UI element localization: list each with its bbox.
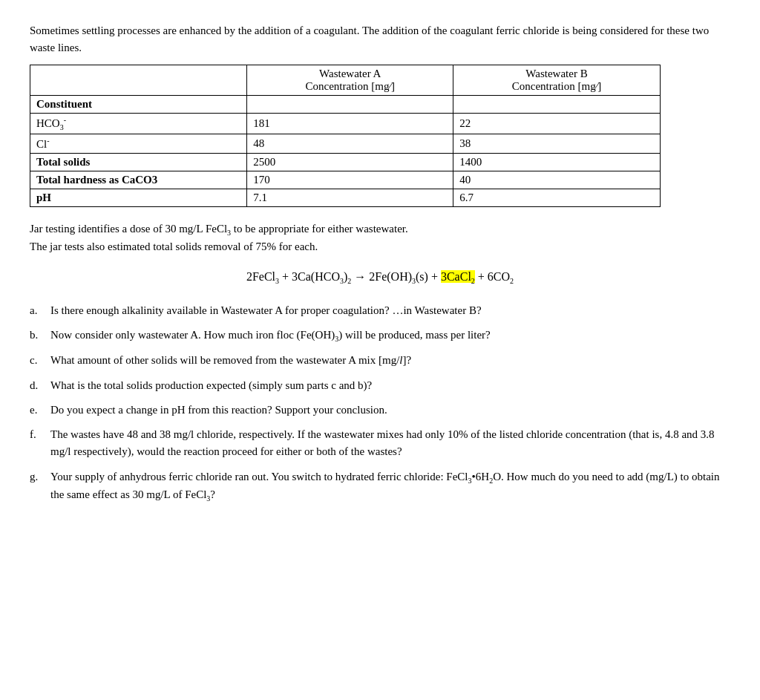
constituent-hardness: Total hardness as CaCO3 [30, 171, 247, 189]
wwb-cl: 38 [453, 134, 660, 154]
question-a-label: a. [30, 302, 50, 319]
wwb-total-solids: 1400 [453, 154, 660, 171]
constituent-total-solids: Total solids [30, 154, 247, 171]
question-f: f. The wastes have 48 and 38 mg/l chlori… [30, 426, 730, 461]
col3-header-line2: Concentration [mg∕] [512, 80, 601, 92]
question-c-body: What amount of other solids will be remo… [50, 352, 730, 369]
question-d: d. What is the total solids production e… [30, 377, 730, 394]
constituent-cl: Cl- [30, 134, 247, 154]
wwb-hardness: 40 [453, 171, 660, 189]
table-row: HCO3- 181 22 [30, 114, 661, 134]
wwb-ph: 6.7 [453, 189, 660, 207]
question-a-body: Is there enough alkalinity available in … [50, 302, 730, 319]
data-table: Wastewater A Concentration [mg∕] Wastewa… [30, 65, 661, 207]
question-g-body: Your supply of anhydrous ferric chloride… [50, 468, 730, 505]
question-b-label: b. [30, 327, 50, 345]
wwa-header-cell [247, 96, 453, 114]
jar-line2: The jar tests also estimated total solid… [30, 238, 730, 255]
wwa-ph: 7.1 [247, 189, 453, 207]
table-row: Total hardness as CaCO3 170 40 [30, 171, 661, 189]
question-e-body: Do you expect a change in pH from this r… [50, 402, 730, 419]
question-g: g. Your supply of anhydrous ferric chlor… [30, 468, 730, 505]
wwb-header-cell [453, 96, 660, 114]
question-b-body: Now consider only wastewater A. How much… [50, 327, 730, 345]
question-f-body: The wastes have 48 and 38 mg/l chloride,… [50, 426, 730, 461]
col3-header-line1: Wastewater B [525, 68, 587, 79]
intro-paragraph: Sometimes settling processes are enhance… [30, 22, 730, 56]
table-row: Total solids 2500 1400 [30, 154, 661, 171]
question-b: b. Now consider only wastewater A. How m… [30, 327, 730, 345]
table-row: pH 7.1 6.7 [30, 189, 661, 207]
questions-section: a. Is there enough alkalinity available … [30, 302, 730, 505]
chemical-equation: 2FeCl3 + 3Ca(HCO3)2 → 2Fe(OH)3(s) + 3CaC… [30, 267, 730, 287]
constituent-hco3: HCO3- [30, 114, 247, 134]
question-e: e. Do you expect a change in pH from thi… [30, 402, 730, 419]
question-d-body: What is the total solids production expe… [50, 377, 730, 394]
question-g-label: g. [30, 468, 50, 505]
col2-header-line2: Concentration [mg∕] [306, 80, 395, 92]
jar-line1: Jar testing identifies a dose of 30 mg/L… [30, 220, 730, 238]
question-f-label: f. [30, 426, 50, 461]
wwa-hardness: 170 [247, 171, 453, 189]
jar-testing-text: Jar testing identifies a dose of 30 mg/L… [30, 220, 730, 255]
col2-header-line1: Wastewater A [319, 68, 381, 79]
question-c-label: c. [30, 352, 50, 369]
question-a: a. Is there enough alkalinity available … [30, 302, 730, 319]
question-e-label: e. [30, 402, 50, 419]
table-row: Constituent [30, 96, 661, 114]
wwa-hco3: 181 [247, 114, 453, 134]
wwb-hco3: 22 [453, 114, 660, 134]
constituent-ph: pH [30, 189, 247, 207]
wwa-total-solids: 2500 [247, 154, 453, 171]
question-c: c. What amount of other solids will be r… [30, 352, 730, 369]
wwa-cl: 48 [247, 134, 453, 154]
table-row: Cl- 48 38 [30, 134, 661, 154]
question-d-label: d. [30, 377, 50, 394]
constituent-header: Constituent [36, 98, 92, 110]
